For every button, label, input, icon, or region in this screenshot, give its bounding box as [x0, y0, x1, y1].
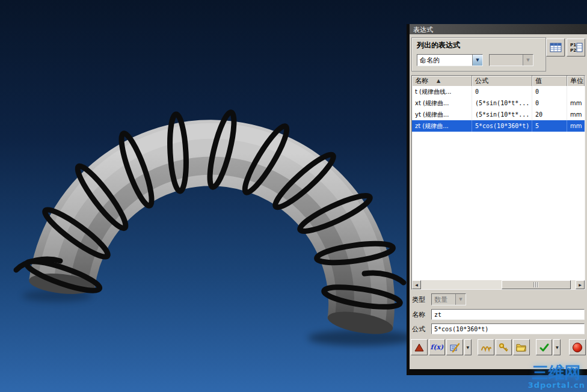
formula-label: 公式: [412, 325, 428, 334]
scrollbar-grip-icon: [533, 282, 539, 287]
open-folder-icon: [515, 342, 527, 352]
cancel-button[interactable]: [569, 339, 586, 355]
column-header-formula[interactable]: 公式: [472, 76, 532, 86]
scroll-right-arrow-icon[interactable]: ▶: [576, 280, 585, 289]
scroll-left-arrow-icon[interactable]: ◀: [412, 280, 421, 289]
function-fx-icon: f(x): [431, 343, 444, 351]
expression-filter-combo[interactable]: 命名的 ▼: [417, 54, 483, 66]
cancel-ball-icon: [572, 342, 583, 353]
svg-text:P2: P2: [570, 48, 576, 53]
chevron-down-icon: ▼: [455, 294, 466, 305]
table-row-selected[interactable]: zt (规律曲... 5*cos(10*360*t) 5 mm: [412, 120, 585, 132]
dialog-header-area: 列出的表达式 命名的 ▼ ▼: [410, 34, 587, 73]
dialog-toolbar: f(x) ▼: [410, 339, 587, 355]
chevron-down-icon: ▼: [523, 55, 533, 66]
watermark: 三维网 3dportal.cn: [528, 364, 585, 390]
spreadsheet-icon: [550, 42, 562, 53]
formula-field-row: 公式: [410, 323, 587, 334]
type-field-row: 类型 数量 ▼: [410, 293, 587, 305]
dialog-titlebar[interactable]: 表达式: [410, 24, 587, 34]
spreadsheet-button[interactable]: [546, 38, 565, 57]
apply-button[interactable]: [536, 339, 553, 355]
p1p2-list-icon: P1 P2: [570, 41, 583, 54]
type-combo: 数量 ▼: [431, 293, 466, 305]
column-header-value[interactable]: 值: [532, 76, 567, 86]
tube-model[interactable]: [22, 131, 414, 346]
type-label: 类型: [412, 295, 428, 304]
name-input[interactable]: [431, 309, 585, 320]
column-header-name[interactable]: 名称 ▲: [412, 76, 472, 86]
edit-format-dropdown[interactable]: ▼: [464, 339, 472, 355]
spring-icon: [481, 342, 491, 353]
expressions-dialog: 表达式 列出的表达式 命名的 ▼ ▼: [407, 24, 587, 375]
formula-input[interactable]: [431, 323, 585, 334]
watermark-title: 三维网: [528, 364, 585, 381]
expression-filter-value: 命名的: [417, 55, 472, 66]
svg-text:P1: P1: [570, 43, 576, 47]
expressions-table: 名称 ▲ 公式 值 单位 t (规律曲线... 0 0: [411, 75, 585, 290]
table-row[interactable]: t (规律曲线... 0 0: [412, 86, 585, 97]
apply-dropdown[interactable]: ▼: [553, 339, 561, 355]
secondary-filter-combo: ▼: [489, 54, 533, 66]
function-editor-button[interactable]: f(x): [429, 339, 446, 355]
name-field-row: 名称: [410, 309, 587, 320]
p1p2-list-button[interactable]: P1 P2: [567, 38, 585, 57]
edit-format-button[interactable]: [446, 339, 463, 355]
column-header-unit[interactable]: 单位: [567, 76, 585, 86]
watermark-url: 3dportal.cn: [528, 381, 585, 390]
lock-expressions-button[interactable]: [496, 339, 512, 355]
apply-check-icon: [539, 342, 550, 353]
table-header: 名称 ▲ 公式 值 单位: [412, 76, 585, 86]
screenshot-root: 表达式 列出的表达式 命名的 ▼ ▼: [0, 0, 587, 392]
format-editor-icon: [449, 342, 460, 353]
name-label: 名称: [412, 310, 428, 319]
key-icon: [498, 342, 509, 353]
export-expressions-button[interactable]: [411, 339, 428, 355]
scrollbar-thumb[interactable]: [502, 280, 571, 289]
insert-spring-button[interactable]: [478, 339, 494, 355]
export-triangle-icon: [414, 342, 425, 353]
dialog-title: 表达式: [413, 26, 433, 34]
import-file-button[interactable]: [513, 339, 530, 355]
chevron-down-icon[interactable]: ▼: [472, 55, 482, 66]
listed-expressions-label: 列出的表达式: [417, 40, 541, 51]
listed-expressions-group: 列出的表达式 命名的 ▼ ▼: [411, 37, 546, 72]
sort-ascending-icon[interactable]: ▲: [437, 78, 440, 84]
table-row[interactable]: xt (规律曲... (5*sin(10*t*... 0 mm: [412, 97, 585, 109]
table-row[interactable]: yt (规律曲... (5*sin(10*t*... 20 mm: [412, 109, 585, 120]
horizontal-scrollbar[interactable]: ◀ ▶: [412, 280, 585, 289]
